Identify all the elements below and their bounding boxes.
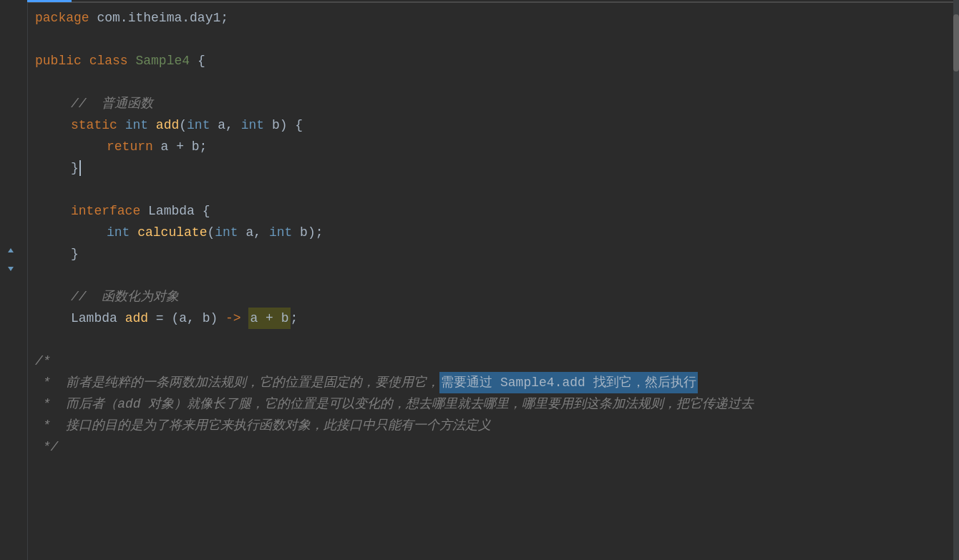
code-line: public class Sample4 { <box>35 50 945 72</box>
comment: * 接口的目的是为了将来用它来执行函数对象，此接口中只能有一个方法定义 <box>35 415 491 436</box>
code-line <box>35 72 945 93</box>
code-text <box>130 222 137 243</box>
highlighted-expression: a + b <box>248 308 290 329</box>
code-line: return a + b; <box>35 136 945 157</box>
code-line: */ <box>35 436 945 458</box>
top-bar <box>0 0 959 3</box>
arrow-up-icon[interactable] <box>3 243 19 259</box>
code-editor[interactable]: package com.itheima.day1; public class S… <box>27 0 959 560</box>
type-keyword: int <box>125 114 148 136</box>
code-line: int calculate(int a, int b); <box>35 222 945 243</box>
code-text <box>148 114 156 136</box>
code-line <box>35 265 945 286</box>
editor-container: package com.itheima.day1; public class S… <box>0 0 959 560</box>
code-text: { <box>190 50 205 72</box>
code-line: * 前者是纯粹的一条两数加法规则，它的位置是固定的，要使用它，需要通过 Samp… <box>35 372 945 393</box>
code-text: { <box>195 200 210 222</box>
code-text: com.itheima.day1; <box>89 7 228 29</box>
code-text: ( <box>179 114 187 136</box>
interface-name: Lambda <box>148 200 195 222</box>
comment: */ <box>35 436 58 458</box>
method-name: calculate <box>137 222 207 243</box>
keyword: return <box>107 136 153 157</box>
type-keyword: int <box>215 222 238 243</box>
code-line: package com.itheima.day1; <box>35 7 945 29</box>
comment: * 而后者（add 对象）就像长了腿，它的位置是可以变化的，想去哪里就去哪里，哪… <box>35 393 754 415</box>
code-text <box>117 308 125 329</box>
class-name: Sample4 <box>135 50 190 72</box>
code-text: a + b; <box>153 136 208 157</box>
code-text <box>241 308 249 329</box>
highlighted-text: 需要通过 Sample4.add 找到它，然后执行 <box>439 372 697 393</box>
code-text: ; <box>291 308 298 329</box>
scrollbar[interactable] <box>953 0 959 560</box>
code-text: a, <box>238 222 269 243</box>
keyword: interface <box>71 200 140 222</box>
code-text: ( <box>207 222 215 243</box>
code-line: 💡/* <box>35 350 945 372</box>
comment: * 前者是纯粹的一条两数加法规则，它的位置是固定的，要使用它， <box>35 372 439 393</box>
code-text <box>117 114 125 136</box>
code-text <box>128 50 136 72</box>
code-text: } <box>71 157 79 179</box>
code-text <box>140 200 148 222</box>
type-keyword: int <box>269 222 292 243</box>
keyword: public <box>35 50 82 72</box>
gutter-icons <box>3 243 19 276</box>
code-line: static int add(int a, int b) { <box>35 114 945 136</box>
variable-name: add <box>125 308 148 329</box>
comment: // 函数化为对象 <box>71 286 179 308</box>
code-line <box>35 329 945 350</box>
comment: // 普通函数 <box>71 93 153 114</box>
type-name: Lambda <box>71 308 117 329</box>
code-text: } <box>71 243 79 265</box>
type-keyword: int <box>187 114 210 136</box>
code-line: * 接口的目的是为了将来用它来执行函数对象，此接口中只能有一个方法定义 <box>35 415 945 436</box>
lightbulb-icon[interactable]: 💡 <box>27 350 31 372</box>
code-text: b) { <box>264 114 303 136</box>
code-line <box>35 179 945 200</box>
keyword: package <box>35 7 89 29</box>
function-name: add <box>156 114 179 136</box>
code-text: a, <box>210 114 240 136</box>
code-line: // 普通函数 <box>35 93 945 114</box>
code-line: interface Lambda { <box>35 200 945 222</box>
code-text: = (a, b) <box>148 308 225 329</box>
keyword: static <box>71 114 117 136</box>
code-text: b); <box>292 222 323 243</box>
lambda-arrow: -> <box>225 308 241 329</box>
arrow-down-icon[interactable] <box>3 260 19 276</box>
type-keyword: int <box>107 222 130 243</box>
code-line: } <box>35 243 945 265</box>
scrollbar-thumb[interactable] <box>953 14 959 72</box>
code-line: * 而后者（add 对象）就像长了腿，它的位置是可以变化的，想去哪里就去哪里，哪… <box>35 393 945 415</box>
comment: /* <box>35 350 51 372</box>
code-line: Lambda add = (a, b) -> a + b; <box>35 308 945 329</box>
code-line: } <box>35 157 945 179</box>
code-text <box>82 50 89 72</box>
code-line: // 函数化为对象 <box>35 286 945 308</box>
type-keyword: int <box>241 114 264 136</box>
keyword: class <box>89 50 128 72</box>
code-line <box>35 29 945 50</box>
line-gutter <box>0 0 27 560</box>
text-cursor <box>79 160 81 176</box>
